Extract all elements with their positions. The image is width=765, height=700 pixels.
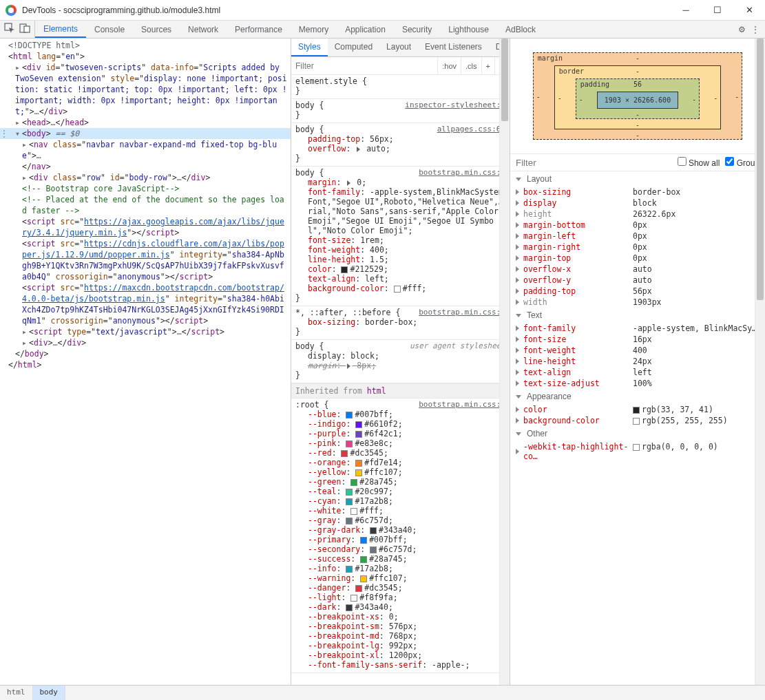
box-model-content: 1903 × 26266.600 xyxy=(597,92,678,109)
source-link[interactable]: bootstrap.min.css:6 xyxy=(419,168,505,178)
inherited-from-header: Inherited from html xyxy=(291,383,510,399)
dom-node[interactable]: </body> xyxy=(0,348,291,359)
main-tab-memory[interactable]: Memory xyxy=(291,21,337,38)
css-rule[interactable]: *, ::after, ::before {bootstrap.min.css:… xyxy=(291,306,510,340)
close-button[interactable]: ✕ xyxy=(733,0,765,21)
computed-property-row[interactable]: line-height24px xyxy=(510,356,765,367)
dom-node[interactable]: <!-- Bootstrap core JavaScript--> xyxy=(0,183,291,194)
styles-tab-computed[interactable]: Computed xyxy=(328,39,379,56)
dom-node[interactable]: <script src="https://ajax.googleapis.com… xyxy=(0,216,291,238)
styles-tab-event-listeners[interactable]: Event Listeners xyxy=(418,39,489,56)
dom-node[interactable]: </html> xyxy=(0,359,291,370)
elements-dom-panel[interactable]: <!DOCTYPE html><html lang="en"><div id="… xyxy=(0,39,291,685)
main-tab-network[interactable]: Network xyxy=(180,21,227,38)
showall-checkbox[interactable]: Show all xyxy=(678,157,720,168)
styles-scrollbar[interactable] xyxy=(499,39,510,685)
breadcrumb-item[interactable]: body xyxy=(33,686,66,700)
computed-section-header[interactable]: Text xyxy=(510,308,765,323)
styles-panel: StylesComputedLayoutEvent ListenersDOM B… xyxy=(291,39,510,685)
computed-section-header[interactable]: Other xyxy=(510,426,765,441)
styles-filter-input[interactable] xyxy=(291,59,437,74)
css-rule[interactable]: body {inspector-stylesheet:1} xyxy=(291,99,510,123)
dom-node[interactable]: <html lang="en"> xyxy=(0,51,291,62)
computed-property-row[interactable]: font-family-apple-system, BlinkMacSystem… xyxy=(510,323,765,334)
styles-tab-layout[interactable]: Layout xyxy=(379,39,418,56)
dom-node[interactable]: <div class="row" id="body-row">…</div> xyxy=(0,172,291,183)
css-rule[interactable]: body {user agent stylesheetdisplay: bloc… xyxy=(291,340,510,383)
dom-node[interactable]: <script src="https://maxcdn.bootstrapcdn… xyxy=(0,282,291,326)
svg-rect-2 xyxy=(24,26,30,32)
box-model-diagram[interactable]: margin - - - - border - - - - padding 56 xyxy=(510,39,765,154)
computed-property-row[interactable]: margin-top0px xyxy=(510,253,765,264)
dom-node[interactable]: <nav class="navbar navbar-expand-md fixe… xyxy=(0,139,291,172)
computed-scrollbar[interactable] xyxy=(755,39,765,685)
main-tab-sources[interactable]: Sources xyxy=(133,21,180,38)
computed-property-row[interactable]: font-size16px xyxy=(510,334,765,345)
styles-filter-row: :hov .cls + ▸] xyxy=(291,57,510,75)
dom-node[interactable]: <!DOCTYPE html> xyxy=(0,40,291,51)
computed-property-row[interactable]: -webkit-tap-highlight-co…rgba(0, 0, 0, 0… xyxy=(510,441,765,462)
css-rule[interactable]: element.style {} xyxy=(291,75,510,99)
computed-filter-input[interactable] xyxy=(516,158,672,168)
settings-gear-icon[interactable]: ⚙ xyxy=(738,25,746,34)
computed-property-row[interactable]: margin-left0px xyxy=(510,231,765,242)
source-link[interactable]: inspector-stylesheet:1 xyxy=(405,100,505,110)
inspect-element-icon[interactable] xyxy=(4,23,15,36)
main-tab-application[interactable]: Application xyxy=(337,21,394,38)
css-rule[interactable]: body {bootstrap.min.css:6margin: 0;font-… xyxy=(291,167,510,306)
computed-property-row[interactable]: width1903px xyxy=(510,297,765,308)
styles-tab-styles[interactable]: Styles xyxy=(291,39,328,56)
breadcrumb-item[interactable]: html xyxy=(0,686,33,700)
computed-section-header[interactable]: Layout xyxy=(510,171,765,187)
computed-property-row[interactable]: margin-bottom0px xyxy=(510,220,765,231)
main-tab-console[interactable]: Console xyxy=(86,21,133,38)
dom-node[interactable]: <script src="https://cdnjs.cloudflare.co… xyxy=(0,238,291,282)
computed-property-row[interactable]: margin-right0px xyxy=(510,242,765,253)
box-model-padding-label: padding xyxy=(580,81,609,88)
computed-property-row[interactable]: colorrgb(33, 37, 41) xyxy=(510,404,765,415)
window-titlebar: DevTools - socsciprogramming.github.io/m… xyxy=(0,0,765,21)
hov-toggle[interactable]: :hov xyxy=(437,57,461,74)
computed-property-row[interactable]: text-alignleft xyxy=(510,367,765,378)
source-link[interactable]: bootstrap.min.css:6 xyxy=(419,308,505,317)
computed-section-header[interactable]: Appearance xyxy=(510,389,765,404)
chrome-icon xyxy=(6,5,17,16)
computed-property-row[interactable]: padding-top56px xyxy=(510,286,765,297)
dom-node[interactable]: <head>…</head> xyxy=(0,117,291,128)
source-link[interactable]: allpages.css:69 xyxy=(437,125,505,134)
minimize-button[interactable]: ─ xyxy=(670,0,702,21)
main-tab-security[interactable]: Security xyxy=(394,21,440,38)
computed-property-row[interactable]: displayblock xyxy=(510,198,765,209)
window-title: DevTools - socsciprogramming.github.io/m… xyxy=(22,6,670,15)
maximize-button[interactable]: ☐ xyxy=(702,0,733,21)
breadcrumb-bar: htmlbody xyxy=(0,685,765,700)
computed-property-row[interactable]: font-weight400 xyxy=(510,345,765,356)
box-model-margin-label: margin xyxy=(538,54,563,62)
new-rule-button[interactable]: + xyxy=(481,57,494,74)
box-model-border-label: border xyxy=(559,67,584,75)
computed-property-row[interactable]: box-sizingborder-box xyxy=(510,187,765,198)
computed-panel: margin - - - - border - - - - padding 56 xyxy=(510,39,765,685)
main-tab-elements[interactable]: Elements xyxy=(35,21,86,38)
dom-node[interactable]: <div>…</div> xyxy=(0,337,291,348)
cls-toggle[interactable]: .cls xyxy=(461,57,481,74)
main-toolbar: ElementsConsoleSourcesNetworkPerformance… xyxy=(0,21,765,39)
computed-property-row[interactable]: height26322.6px xyxy=(510,209,765,220)
device-toggle-icon[interactable] xyxy=(19,23,30,36)
dom-node[interactable]: ⋮<body> == $0 xyxy=(0,128,291,139)
main-tab-performance[interactable]: Performance xyxy=(227,21,291,38)
dom-node[interactable]: <script type="text/javascript">…</script… xyxy=(0,326,291,337)
main-tab-adblock[interactable]: AdBlock xyxy=(497,21,544,38)
css-rule[interactable]: :root {bootstrap.min.css:6--blue: #007bf… xyxy=(291,399,510,673)
dom-node[interactable]: <div id="twoseven-scripts" data-info="Sc… xyxy=(0,62,291,117)
computed-property-row[interactable]: text-size-adjust100% xyxy=(510,378,765,389)
computed-property-row[interactable]: overflow-xauto xyxy=(510,264,765,275)
dom-node[interactable]: <!-- Placed at the end of the document s… xyxy=(0,194,291,216)
computed-property-row[interactable]: background-colorrgb(255, 255, 255) xyxy=(510,415,765,426)
more-menu-icon[interactable]: ⋮ xyxy=(751,25,759,34)
css-rule[interactable]: body {allpages.css:69padding-top: 56px;o… xyxy=(291,123,510,167)
computed-property-row[interactable]: overflow-yauto xyxy=(510,275,765,286)
main-tab-lighthouse[interactable]: Lighthouse xyxy=(440,21,497,38)
